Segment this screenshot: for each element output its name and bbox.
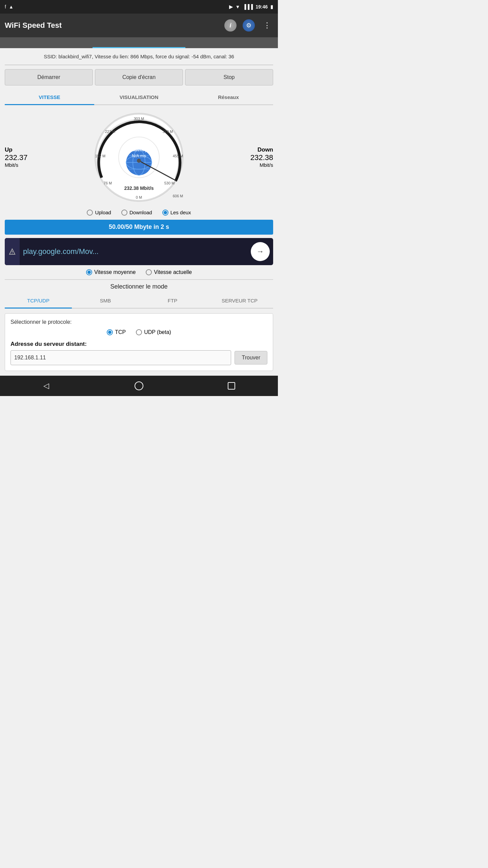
status-bar: f ▲ ▶ ▼ ▐▐▐ 19:46 ▮ — [0, 0, 278, 14]
bluetooth-icon: ▶ — [229, 4, 233, 9]
nav-bar: ◁ — [0, 376, 278, 396]
svg-text:Latency: Latency — [130, 147, 147, 152]
progress-bar: 50.00/50 Mbyte in 2 s — [5, 220, 273, 235]
more-options-icon[interactable]: ⋮ — [261, 19, 273, 32]
find-button[interactable]: Trouver — [235, 351, 267, 364]
svg-text:606 M: 606 M — [173, 194, 183, 198]
svg-text:530 M: 530 M — [164, 181, 175, 185]
upload-speed: Up 232.37 Mbit/s — [5, 146, 35, 168]
protocol-radios: TCP UDP (beta) — [11, 329, 267, 335]
screenshot-button[interactable]: Copie d'écran — [95, 69, 183, 85]
info-icon[interactable]: i — [224, 19, 237, 32]
start-button[interactable]: Démarrer — [5, 69, 93, 85]
udp-radio[interactable]: UDP (beta) — [136, 329, 171, 335]
svg-text:379 M: 379 M — [163, 130, 173, 134]
recents-icon — [228, 382, 235, 390]
svg-point-25 — [12, 253, 13, 254]
main-tabs: VITESSE VISUALISATION Réseaux — [5, 90, 273, 105]
download-speed: Down 232.38 Mbit/s — [243, 146, 273, 168]
app-title: WiFi Speed Test — [5, 21, 62, 30]
app-bar: WiFi Speed Test i ⚙ ⋮ — [0, 14, 278, 37]
speed-mode-radios: Vitesse moyenne Vitesse actuelle — [5, 269, 273, 275]
current-speed-radio-circle — [146, 269, 152, 275]
current-speed-label: Vitesse actuelle — [154, 269, 192, 275]
stop-button[interactable]: Stop — [185, 69, 273, 85]
udp-label: UDP (beta) — [144, 329, 171, 335]
tcp-radio[interactable]: TCP — [107, 329, 126, 335]
server-address-label: Adresse du serveur distant: — [11, 341, 267, 348]
ad-icon — [5, 238, 20, 265]
top-tab-3[interactable] — [185, 37, 278, 48]
upload-radio-circle — [87, 210, 93, 216]
average-speed-label: Vitesse moyenne — [94, 269, 136, 275]
up-label: Up — [5, 146, 13, 153]
svg-text:152 M: 152 M — [95, 154, 106, 158]
gear-icon[interactable]: ⚙ — [243, 19, 255, 32]
tab-smb[interactable]: SMB — [72, 294, 139, 309]
action-buttons: Démarrer Copie d'écran Stop — [5, 69, 273, 85]
protocol-tabs: TCP/UDP SMB FTP SERVEUR TCP — [5, 294, 273, 309]
tab-visualisation[interactable]: VISUALISATION — [94, 90, 184, 105]
main-content: SSID: blackbird_wifi7, Vitesse du lien: … — [0, 48, 278, 376]
home-button[interactable] — [130, 377, 147, 394]
ad-text: play.google.com/Mov... — [20, 247, 251, 256]
divider — [5, 279, 273, 280]
download-radio-label: Download — [129, 210, 152, 215]
time-display: 19:46 — [256, 4, 268, 9]
status-bar-left: f ▲ — [5, 4, 14, 9]
speed-display: Up 232.37 Mbit/s 0 M 76 M 152 M 2 — [5, 110, 273, 205]
tcp-label: TCP — [115, 329, 126, 335]
tab-tcp-udp[interactable]: TCP/UDP — [5, 294, 72, 309]
svg-text:455 M: 455 M — [173, 154, 183, 158]
download-radio-circle — [121, 210, 127, 216]
both-radio[interactable]: Les deux — [162, 210, 191, 216]
protocol-section: Sélectionner le protocole: TCP UDP (beta… — [5, 313, 273, 371]
up-value: 232.37 — [5, 153, 27, 162]
top-tab-2[interactable] — [93, 37, 185, 48]
svg-point-21 — [137, 159, 141, 163]
progress-text: 50.00/50 Mbyte in 2 s — [109, 223, 169, 231]
download-radio[interactable]: Download — [121, 210, 152, 216]
udp-radio-circle — [136, 329, 142, 335]
tab-vitesse[interactable]: VITESSE — [5, 90, 94, 105]
speedometer-svg: 0 M 76 M 152 M 227 M 303 M 379 M 455 M 5… — [92, 110, 186, 205]
facebook-icon: f — [5, 4, 6, 9]
select-mode-title: Selectionner le mode — [5, 283, 273, 290]
delta-icon: ▲ — [9, 4, 14, 9]
app-bar-icons: i ⚙ ⋮ — [224, 19, 273, 32]
protocol-select-title: Sélectionner le protocole: — [11, 319, 267, 325]
ad-arrow-button[interactable]: → — [251, 242, 270, 261]
svg-text:76 M: 76 M — [104, 181, 112, 185]
both-radio-circle — [162, 210, 168, 216]
home-icon — [135, 381, 143, 390]
average-speed-radio-circle — [86, 269, 92, 275]
server-row: Trouver — [11, 350, 267, 365]
svg-text:303 M: 303 M — [134, 117, 144, 121]
tab-ftp[interactable]: FTP — [139, 294, 206, 309]
down-value: 232.38 — [250, 153, 273, 162]
tcp-radio-circle — [107, 329, 113, 335]
top-tab-1[interactable] — [0, 37, 93, 48]
back-button[interactable]: ◁ — [38, 377, 55, 394]
top-tabs — [0, 37, 278, 48]
ssid-info: SSID: blackbird_wifi7, Vitesse du lien: … — [5, 53, 273, 65]
down-label: Down — [258, 146, 273, 153]
recents-button[interactable] — [223, 377, 240, 394]
up-unit: Mbit/s — [5, 162, 18, 168]
upload-radio[interactable]: Upload — [87, 210, 111, 216]
svg-text:0 M: 0 M — [136, 195, 142, 199]
speedometer: 0 M 76 M 152 M 227 M 303 M 379 M 455 M 5… — [92, 110, 186, 205]
average-speed-radio[interactable]: Vitesse moyenne — [86, 269, 136, 275]
tab-serveur-tcp[interactable]: SERVEUR TCP — [206, 294, 273, 309]
ad-banner[interactable]: play.google.com/Mov... → — [5, 238, 273, 265]
current-speed-radio[interactable]: Vitesse actuelle — [146, 269, 192, 275]
both-radio-label: Les deux — [170, 210, 191, 215]
svg-text:227 M: 227 M — [105, 130, 116, 134]
wifi-icon: ▼ — [236, 4, 240, 9]
down-unit: Mbit/s — [260, 162, 273, 168]
test-type-radios: Upload Download Les deux — [5, 210, 273, 216]
tab-reseaux[interactable]: Réseaux — [184, 90, 273, 105]
server-input[interactable] — [11, 350, 231, 365]
battery-icon: ▮ — [270, 4, 273, 9]
svg-text:232.38 Mbit/s: 232.38 Mbit/s — [124, 185, 154, 191]
